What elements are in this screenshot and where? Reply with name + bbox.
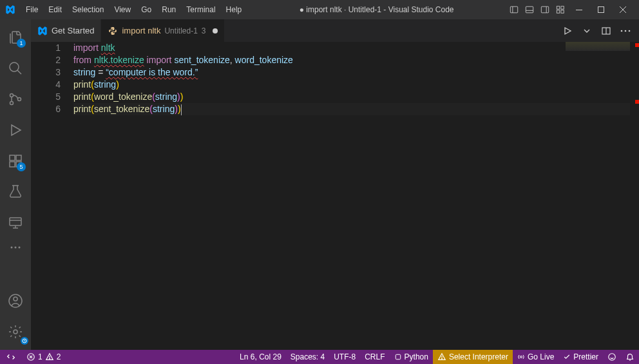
svg-rect-0 (510, 6, 517, 13)
customize-layout-button[interactable] (553, 0, 568, 19)
titlebar: File Edit Selection View Go Run Terminal… (0, 0, 639, 19)
menu-edit[interactable]: Edit (43, 0, 67, 19)
status-bar: 1 2 Ln 6, Col 29 Spaces: 4 UTF-8 CRLF Py… (0, 350, 639, 364)
tab-active-label: import nltk (122, 26, 160, 35)
svg-point-30 (19, 247, 21, 249)
svg-rect-21 (10, 162, 15, 167)
status-feedback[interactable] (603, 350, 621, 364)
activity-explorer[interactable]: 1 (0, 22, 31, 53)
svg-point-39 (625, 30, 627, 32)
status-main: 1 2 Ln 6, Col 29 Spaces: 4 UTF-8 CRLF Py… (22, 350, 639, 364)
line-number-gutter: 1 2 3 4 5 6 (31, 42, 73, 350)
menu-selection[interactable]: Selection (67, 0, 109, 19)
activity-source-control[interactable] (0, 84, 31, 115)
menu-go[interactable]: Go (136, 0, 157, 19)
activity-testing[interactable] (0, 177, 31, 207)
svg-rect-11 (598, 7, 604, 13)
svg-line-15 (17, 70, 21, 74)
svg-rect-8 (557, 10, 559, 13)
svg-point-14 (10, 62, 19, 72)
activity-remote-explorer[interactable] (0, 207, 31, 238)
svg-marker-35 (565, 28, 571, 34)
svg-rect-20 (10, 155, 15, 160)
svg-rect-10 (576, 10, 582, 10)
close-button[interactable] (612, 0, 634, 19)
svg-point-49 (609, 354, 616, 361)
menu-help[interactable]: Help (221, 0, 247, 19)
status-eol[interactable]: CRLF (360, 350, 389, 364)
svg-point-38 (621, 30, 623, 32)
minimap-content (566, 42, 630, 51)
svg-rect-23 (16, 155, 21, 160)
titlebar-controls (506, 0, 634, 19)
vscode-logo-icon (5, 5, 15, 15)
svg-rect-24 (10, 218, 21, 225)
menu-view[interactable]: View (109, 0, 136, 19)
code-area[interactable]: import nltk from nltk.tokenize import se… (73, 42, 639, 350)
svg-point-47 (441, 358, 442, 359)
run-dropdown-button[interactable] (580, 24, 594, 38)
tab-active-file[interactable]: import nltk Untitled-1 3 (101, 19, 224, 42)
python-file-icon (108, 26, 118, 36)
tab-bar: Get Started import nltk Untitled-1 3 (31, 19, 639, 42)
svg-point-16 (10, 94, 14, 97)
toggle-panel-button[interactable] (522, 0, 537, 19)
activity-bottom (0, 285, 31, 347)
status-language[interactable]: Python (390, 350, 433, 364)
status-go-live[interactable]: Go Live (513, 350, 558, 364)
status-select-interpreter[interactable]: Select Interpreter (433, 350, 513, 364)
activity-bar: 1 5 (0, 19, 31, 350)
minimap[interactable] (566, 42, 630, 81)
more-actions-button[interactable] (618, 24, 633, 38)
svg-point-40 (629, 30, 631, 32)
toggle-sidebar-button[interactable] (506, 0, 522, 19)
status-encoding[interactable]: UTF-8 (329, 350, 360, 364)
activity-extensions[interactable]: 5 (0, 146, 31, 177)
svg-point-17 (10, 102, 14, 105)
run-file-button[interactable] (560, 24, 575, 38)
activity-settings[interactable] (0, 316, 31, 347)
tab-dirty-indicator (213, 28, 218, 34)
svg-rect-4 (541, 6, 548, 13)
tab-get-started[interactable]: Get Started (31, 19, 101, 42)
menu-file[interactable]: File (21, 0, 43, 19)
explorer-badge: 1 (17, 39, 26, 48)
error-marker (635, 43, 639, 47)
activity-more[interactable] (0, 238, 31, 256)
svg-point-28 (11, 247, 13, 249)
menu-terminal[interactable]: Terminal (181, 0, 220, 19)
svg-rect-9 (561, 10, 564, 13)
main-container: 1 5 (0, 19, 639, 350)
editor-content[interactable]: 1 2 3 4 5 6 import nltk from nltk.tokeni… (31, 42, 639, 350)
maximize-button[interactable] (590, 0, 612, 19)
status-notifications[interactable] (621, 350, 639, 364)
split-editor-button[interactable] (599, 24, 613, 38)
tab-active-suffix: Untitled-1 (164, 26, 197, 35)
svg-point-48 (520, 356, 522, 358)
error-marker (635, 100, 639, 104)
extensions-badge: 5 (17, 162, 26, 171)
svg-rect-6 (557, 6, 559, 9)
status-indentation[interactable]: Spaces: 4 (286, 350, 329, 364)
status-problems[interactable]: 1 2 (22, 350, 65, 364)
svg-rect-7 (561, 6, 564, 9)
status-prettier[interactable]: Prettier (558, 350, 603, 364)
activity-accounts[interactable] (0, 285, 31, 316)
activity-search[interactable] (0, 53, 31, 84)
activity-run-debug[interactable] (0, 115, 31, 146)
overview-ruler[interactable] (630, 42, 639, 350)
svg-point-33 (14, 330, 17, 334)
svg-point-18 (18, 98, 21, 101)
vscode-icon (37, 26, 48, 36)
minimize-button[interactable] (568, 0, 590, 19)
status-remote-button[interactable] (0, 350, 22, 364)
menu-run[interactable]: Run (157, 0, 181, 19)
svg-point-45 (49, 358, 50, 359)
window-title: ● import nltk · Untitled-1 - Visual Stud… (247, 5, 506, 14)
status-cursor-position[interactable]: Ln 6, Col 29 (235, 350, 286, 364)
svg-point-32 (14, 297, 17, 301)
status-right: Ln 6, Col 29 Spaces: 4 UTF-8 CRLF Python… (235, 350, 639, 364)
toggle-secondary-sidebar-button[interactable] (537, 0, 553, 19)
svg-marker-19 (12, 125, 21, 135)
svg-point-29 (15, 247, 17, 249)
